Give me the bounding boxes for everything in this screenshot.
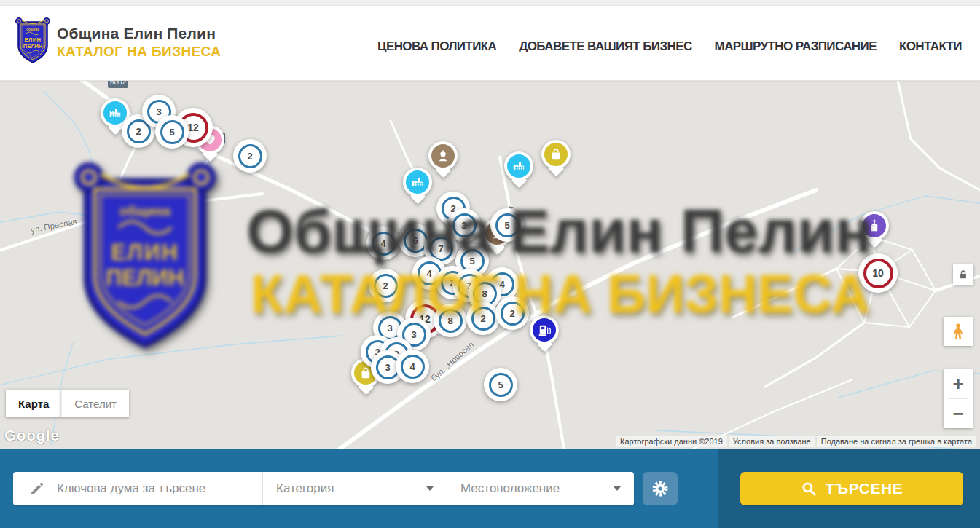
map-pin-factory[interactable]	[504, 151, 533, 181]
map-pin-fuel[interactable]	[530, 315, 559, 344]
cluster-count: 5	[489, 373, 513, 397]
attribution-copyright: Картографски данни ©2019	[616, 436, 727, 447]
lock-icon	[957, 269, 969, 280]
zoom-control: + −	[944, 369, 973, 428]
map-type-satellite-button[interactable]: Сателит	[61, 390, 129, 417]
map-type-map-button[interactable]: Карта	[6, 390, 61, 417]
pegman-icon	[949, 322, 968, 341]
google-logo[interactable]: Google	[4, 427, 59, 444]
cluster-count: 4	[372, 232, 396, 256]
site-header: Община Елин Пелин КАТАЛОГ НА БИЗНЕСА ЦЕН…	[0, 0, 980, 81]
search-icon	[801, 481, 817, 497]
cluster-count: 5	[495, 213, 520, 237]
map-markers-layer: 231252235467542274812822333834510	[0, 81, 980, 449]
brand-title: Община Елин Пелин	[57, 25, 221, 42]
nav-item-pricing[interactable]: ЦЕНОВА ПОЛИТИКА	[377, 39, 496, 54]
cluster-count: 2	[238, 144, 262, 168]
map-type-control: Карта Сателит	[6, 390, 129, 417]
map-pin-church[interactable]	[860, 211, 889, 240]
zoom-out-button[interactable]: −	[944, 399, 973, 428]
map-cluster-marker[interactable]: 2	[495, 296, 529, 330]
cluster-count: 2	[374, 274, 398, 298]
gear-icon	[651, 480, 669, 497]
map-cluster-marker[interactable]: 8	[434, 304, 467, 337]
location-select[interactable]: Местоположение	[447, 472, 634, 505]
nav-item-add-business[interactable]: ДОБАВЕТЕ ВАШИЯТ БИЗНЕС	[519, 39, 691, 54]
map-cluster-marker[interactable]: 4	[366, 226, 400, 260]
search-fieldbar: Категория Местоположение	[13, 472, 634, 505]
map-attribution: Картографски данни ©2019 Условия за полз…	[616, 436, 976, 447]
chevron-down-icon	[614, 486, 621, 491]
map-pin-worker[interactable]	[428, 141, 458, 170]
page: ул. Преславбул. „Новоселции6002 23125223…	[0, 0, 980, 528]
nav-item-contacts[interactable]: КОНТАКТИ	[899, 39, 962, 54]
cluster-count: 8	[439, 309, 463, 333]
search-input[interactable]	[57, 481, 262, 496]
factory-icon	[406, 170, 429, 194]
keyword-field	[13, 472, 262, 505]
cluster-count: 2	[501, 302, 525, 326]
map-cluster-marker[interactable]: 2	[369, 269, 402, 302]
map-lock-button[interactable]	[953, 264, 973, 285]
map-cluster-marker[interactable]: 10	[858, 253, 898, 293]
map-cluster-marker[interactable]: 5	[155, 115, 189, 149]
search-panel: Категория Местоположение ТЪРСЕНЕ	[0, 449, 980, 528]
street-view-pegman-button[interactable]	[944, 317, 973, 346]
factory-icon	[507, 154, 530, 178]
brand-subtitle: КАТАЛОГ НА БИЗНЕСА	[57, 44, 221, 60]
map-pin-bag[interactable]	[541, 140, 571, 169]
church-icon	[863, 214, 886, 237]
search-button[interactable]: ТЪРСЕНЕ	[740, 472, 963, 505]
brand-text: Община Елин Пелин КАТАЛОГ НА БИЗНЕСА	[57, 16, 221, 60]
chevron-down-icon	[426, 486, 434, 491]
advanced-search-button[interactable]	[643, 472, 678, 505]
category-select[interactable]: Категория	[262, 472, 447, 505]
map-cluster-marker[interactable]: 2	[233, 139, 267, 173]
map-cluster-marker[interactable]: 5	[490, 208, 524, 242]
factory-icon	[103, 101, 127, 125]
map-cluster-marker[interactable]: 4	[396, 350, 429, 383]
main-navigation: ЦЕНОВА ПОЛИТИКА ДОБАВЕТЕ ВАШИЯТ БИЗНЕС М…	[377, 39, 962, 54]
search-button-label: ТЪРСЕНЕ	[826, 480, 903, 497]
pencil-icon	[29, 481, 45, 497]
bag-icon	[544, 143, 568, 166]
worker-icon	[431, 144, 455, 168]
cluster-count: 5	[160, 120, 184, 144]
brand-logo-link[interactable]: Община Елин Пелин КАТАЛОГ НА БИЗНЕСА	[15, 16, 221, 64]
map-cluster-marker[interactable]: 2	[466, 302, 500, 335]
category-select-value: Категория	[276, 481, 334, 496]
map-pin-factory[interactable]	[403, 168, 432, 197]
report-map-error-link[interactable]: Подаване на сигнал за грешка в картата	[817, 436, 976, 447]
cluster-count: 4	[401, 355, 425, 379]
terms-of-use-link[interactable]: Условия за ползване	[729, 436, 815, 447]
header-top-strip	[0, 0, 980, 6]
location-select-value: Местоположение	[460, 481, 560, 496]
cluster-count: 2	[471, 307, 495, 331]
cluster-count: 10	[863, 259, 893, 288]
municipality-crest-logo	[15, 16, 51, 64]
nav-item-route-schedule[interactable]: МАРШРУТНО РАЗПИСАНИЕ	[715, 39, 877, 54]
cluster-count: 3	[452, 213, 477, 237]
map-cluster-marker[interactable]: 5	[484, 368, 517, 401]
google-map-canvas[interactable]: ул. Преславбул. „Новоселции6002 23125223…	[0, 81, 980, 449]
zoom-in-button[interactable]: +	[944, 369, 973, 398]
fuel-icon	[533, 318, 556, 342]
